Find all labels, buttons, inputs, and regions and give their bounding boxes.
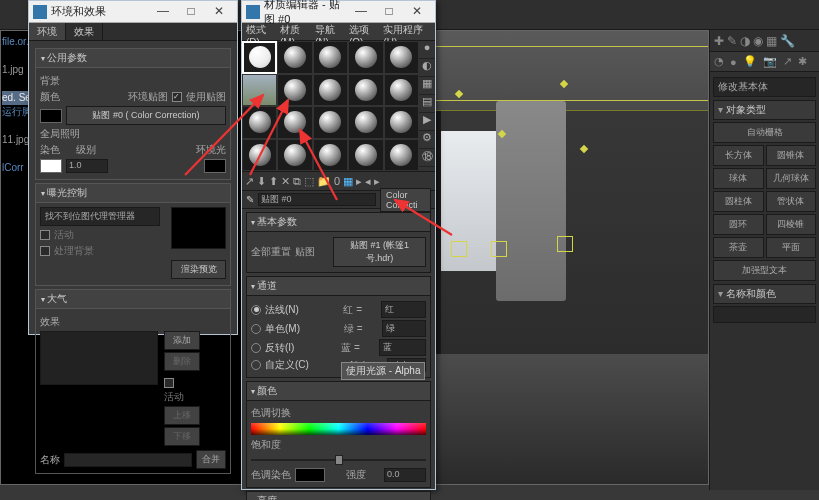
mat-slot-3[interactable] — [348, 41, 383, 74]
mat-slot-0[interactable] — [242, 41, 277, 74]
eyedrop-icon[interactable]: ✎ — [246, 194, 254, 205]
by-id-icon[interactable]: ⑱ — [419, 149, 435, 167]
use-map-check[interactable] — [172, 92, 182, 102]
minimize-icon[interactable]: — — [149, 2, 177, 22]
menu-material[interactable]: 材质(M) — [280, 23, 311, 40]
btn-tube[interactable]: 管状体 — [766, 191, 817, 212]
radio-invert[interactable] — [251, 343, 261, 353]
rollout-lightness[interactable]: 亮度 — [246, 491, 431, 500]
mat-slot-8[interactable] — [348, 74, 383, 107]
nav-sib-icon[interactable]: ▸ — [374, 175, 380, 188]
put-icon[interactable]: ⬇ — [257, 175, 266, 188]
put-lib-icon[interactable]: 📁 — [317, 175, 331, 188]
mat-slot-15[interactable] — [242, 139, 277, 172]
mat-titlebar[interactable]: 材质编辑器 - 贴图 #0 — □ ✕ — [242, 1, 435, 23]
material-sample-slots[interactable] — [242, 41, 419, 171]
nav-parent-icon[interactable]: ◂ — [365, 175, 371, 188]
rollout-basic[interactable]: 基本参数 — [246, 212, 431, 232]
atmos-merge-button[interactable]: 合并 — [196, 450, 226, 469]
backlight-icon[interactable]: ◐ — [419, 59, 435, 77]
btn-torus[interactable]: 圆环 — [713, 214, 764, 235]
atmos-add-button[interactable]: 添加 — [164, 331, 200, 350]
mat-slot-18[interactable] — [348, 139, 383, 172]
object-name-input[interactable] — [713, 306, 816, 323]
uv-icon[interactable]: ▤ — [419, 95, 435, 113]
strength-spinner[interactable]: 0.0 — [384, 468, 426, 482]
g-dropdown[interactable]: 绿 — [382, 320, 426, 337]
btn-sphere[interactable]: 球体 — [713, 168, 764, 189]
assign-icon[interactable]: ⬆ — [269, 175, 278, 188]
radio-custom[interactable] — [251, 360, 261, 370]
command-panel-tabs[interactable]: ◔●💡📷↗✱ — [710, 52, 819, 72]
b-dropdown[interactable]: 蓝 — [379, 339, 426, 356]
environment-dialog[interactable]: 环境和效果 — □ ✕ 环境 效果 公用参数 背景 颜色 环境贴图 使用贴图 — [28, 0, 238, 335]
maximize-icon[interactable]: □ — [177, 2, 205, 22]
btn-pyr[interactable]: 四棱锥 — [766, 214, 817, 235]
reset-icon[interactable]: ✕ — [281, 175, 290, 188]
atmos-down-button[interactable]: 下移 — [164, 427, 200, 446]
mat-slot-12[interactable] — [313, 106, 348, 139]
exp-bg-check[interactable] — [40, 246, 50, 256]
rollout-object-type[interactable]: 对象类型 — [713, 100, 816, 120]
menu-modes[interactable]: 模式(D) — [246, 23, 276, 40]
mat-slot-9[interactable] — [384, 74, 419, 107]
bg-color-swatch[interactable] — [40, 109, 62, 123]
tint-swatch[interactable] — [40, 159, 62, 173]
btn-cyl[interactable]: 圆柱体 — [713, 191, 764, 212]
hue-strip[interactable] — [251, 423, 426, 435]
mat-slot-19[interactable] — [384, 139, 419, 172]
show-end-icon[interactable]: ▸ — [356, 175, 362, 188]
mat-vert-toolbar[interactable]: ● ◐ ▦ ▤ ▶ ⚙ ⑱ — [419, 41, 435, 171]
maximize-icon[interactable]: □ — [375, 2, 403, 22]
level-spinner[interactable]: 1.0 — [66, 159, 108, 173]
close-icon[interactable]: ✕ — [403, 2, 431, 22]
mat-slot-16[interactable] — [277, 139, 312, 172]
mat-slot-2[interactable] — [313, 41, 348, 74]
mat-slot-5[interactable] — [242, 74, 277, 107]
video-icon[interactable]: ▶ — [419, 113, 435, 131]
env-titlebar[interactable]: 环境和效果 — □ ✕ — [29, 1, 237, 23]
atmos-del-button[interactable]: 删除 — [164, 352, 200, 371]
btn-plane[interactable]: 平面 — [766, 237, 817, 258]
material-editor[interactable]: 材质编辑器 - 贴图 #0 — □ ✕ 模式(D) 材质(M) 导航(N) 选项… — [241, 0, 436, 490]
command-panel-icons[interactable]: ✚✎◑◉▦🔧 — [710, 30, 819, 52]
material-type-button[interactable]: Color Correcti — [380, 188, 431, 212]
rollout-atmos[interactable]: 大气 — [36, 290, 230, 309]
render-preview-button[interactable]: 渲染预览 — [171, 260, 226, 279]
btn-box[interactable]: 长方体 — [713, 145, 764, 166]
menu-nav[interactable]: 导航(N) — [315, 23, 345, 40]
options-icon[interactable]: ⚙ — [419, 131, 435, 149]
mat-slot-1[interactable] — [277, 41, 312, 74]
rollout-channels[interactable]: 通道 — [246, 276, 431, 296]
material-name-input[interactable] — [258, 193, 376, 206]
rollout-exposure[interactable]: 曝光控制 — [36, 184, 230, 203]
auto-grid-toggle[interactable]: 自动栅格 — [713, 122, 816, 143]
atmos-active-check[interactable] — [164, 378, 174, 388]
r-dropdown[interactable]: 红 — [381, 301, 426, 318]
minimize-icon[interactable]: — — [347, 2, 375, 22]
pick-icon[interactable]: ↗ — [245, 175, 254, 188]
btn-geo[interactable]: 几何球体 — [766, 168, 817, 189]
rollout-name-color[interactable]: 名称和颜色 — [713, 284, 816, 304]
atmos-up-button[interactable]: 上移 — [164, 406, 200, 425]
mat-slot-17[interactable] — [313, 139, 348, 172]
btn-cone[interactable]: 圆锥体 — [766, 145, 817, 166]
mat-slot-13[interactable] — [348, 106, 383, 139]
tab-environment[interactable]: 环境 — [29, 23, 66, 40]
mat-slot-6[interactable] — [277, 74, 312, 107]
bg-icon[interactable]: ▦ — [419, 77, 435, 95]
env-map-button[interactable]: 贴图 #0 ( Color Correction) — [66, 106, 226, 125]
tab-effects[interactable]: 效果 — [66, 23, 103, 40]
radio-normal[interactable] — [251, 305, 261, 315]
copy-icon[interactable]: ⧉ — [293, 175, 301, 188]
atmos-list[interactable] — [40, 331, 158, 385]
mat-slot-10[interactable] — [242, 106, 277, 139]
atmos-name-input[interactable] — [64, 453, 192, 467]
exposure-dropdown[interactable]: 找不到位图代理管理器 — [40, 207, 160, 226]
mat-menubar[interactable]: 模式(D) 材质(M) 导航(N) 选项(O) 实用程序(U) — [242, 23, 435, 41]
obj-category-dropdown[interactable]: 修改基本体 — [713, 77, 816, 97]
rollout-color[interactable]: 颜色 — [246, 381, 431, 401]
none-map-button[interactable]: 贴图 #1 (帐篷1号.hdr) — [333, 237, 426, 267]
menu-util[interactable]: 实用程序(U) — [383, 23, 431, 40]
rollout-common[interactable]: 公用参数 — [36, 49, 230, 68]
